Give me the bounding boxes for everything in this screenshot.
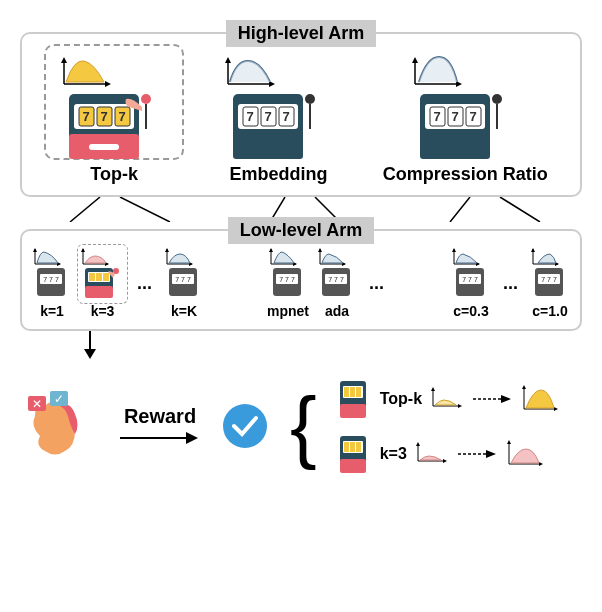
right-arrow: [120, 428, 200, 448]
svg-marker-51: [81, 248, 85, 252]
svg-text:7: 7: [470, 109, 477, 124]
svg-rect-97: [344, 387, 349, 397]
low-level-panel: 7 7 7 k=1: [20, 229, 582, 331]
ellipsis: ...: [503, 273, 518, 294]
low-arm-k1: 7 7 7 k=1: [32, 246, 72, 319]
svg-text:7 7 7: 7 7 7: [43, 276, 59, 283]
down-arrow: [60, 331, 160, 361]
svg-rect-98: [350, 387, 355, 397]
svg-marker-46: [33, 248, 37, 252]
dashed-arrow: [473, 394, 513, 404]
svg-text:7 7 7: 7 7 7: [279, 276, 295, 283]
svg-marker-116: [507, 440, 511, 444]
small-arm-label: ada: [325, 303, 349, 319]
low-arm-k3: k=3: [80, 246, 125, 319]
dashed-arrow: [458, 449, 498, 459]
ellipsis: ...: [369, 273, 384, 294]
svg-point-12: [141, 94, 151, 104]
svg-marker-101: [458, 404, 462, 408]
large-dist-icon: [506, 439, 546, 469]
small-dist-icon: [430, 386, 465, 411]
low-arm-kK: 7 7 7 k=K: [164, 246, 204, 319]
low-group-compression: 7 7 7 c=0.3 ... 7 7 7 c=1.0: [451, 246, 570, 319]
svg-rect-107: [340, 459, 366, 473]
small-slot-icon: 7 7 7: [317, 246, 357, 301]
brace-icon: {: [290, 390, 317, 462]
high-level-panel: 7 7 7 Top-k: [20, 32, 582, 197]
svg-text:7 7 7: 7 7 7: [462, 276, 478, 283]
svg-text:✕: ✕: [32, 397, 42, 411]
svg-rect-110: [350, 442, 355, 452]
svg-marker-100: [431, 387, 435, 391]
svg-text:7: 7: [283, 109, 290, 124]
svg-text:✓: ✓: [54, 392, 64, 406]
ellipsis: ...: [137, 273, 152, 294]
tiny-slot-icon: [337, 431, 372, 476]
svg-text:7: 7: [434, 109, 441, 124]
svg-rect-57: [96, 273, 102, 281]
small-arm-label: c=1.0: [532, 303, 567, 319]
svg-marker-104: [522, 385, 526, 389]
svg-rect-54: [85, 286, 113, 298]
brain-icon: ✕ ✓: [20, 386, 100, 466]
svg-text:7 7 7: 7 7 7: [175, 276, 191, 283]
svg-point-93: [223, 404, 267, 448]
svg-marker-27: [412, 57, 418, 63]
svg-marker-86: [84, 349, 96, 359]
svg-marker-112: [416, 442, 420, 446]
slot-machine-icon: 7 7 7: [218, 49, 338, 159]
small-slot-icon: [80, 246, 125, 301]
svg-rect-111: [356, 442, 361, 452]
svg-text:7: 7: [101, 109, 108, 124]
low-group-topk: 7 7 7 k=1: [32, 246, 204, 319]
svg-rect-95: [340, 404, 366, 418]
reward-flow: ✕ ✓ Reward { Top-k: [20, 376, 582, 476]
high-arm-compression: 7 7 7 Compression Ratio: [383, 49, 548, 185]
check-circle-icon: [220, 401, 270, 451]
small-arm-label: mpnet: [267, 303, 309, 319]
low-level-label: Low-level Arm: [228, 217, 374, 244]
svg-text:7: 7: [265, 109, 272, 124]
reward-label: Reward: [124, 405, 196, 428]
svg-marker-70: [318, 248, 322, 252]
small-slot-icon: 7 7 7: [32, 246, 72, 301]
svg-marker-1: [105, 81, 111, 87]
svg-rect-30: [420, 134, 490, 159]
small-slot-icon: 7 7 7: [530, 246, 570, 301]
small-arm-label: k=3: [91, 303, 115, 319]
svg-marker-117: [539, 462, 543, 466]
svg-rect-17: [233, 134, 303, 159]
svg-text:7: 7: [247, 109, 254, 124]
svg-marker-113: [443, 459, 447, 463]
svg-marker-80: [531, 248, 535, 252]
slot-machine-icon: 7 7 7: [405, 49, 525, 159]
update-row-topk: Top-k: [337, 376, 582, 421]
svg-marker-103: [501, 395, 511, 403]
update-row-k3: k=3: [337, 431, 582, 476]
svg-marker-105: [554, 407, 558, 411]
svg-marker-65: [269, 248, 273, 252]
svg-text:7: 7: [119, 109, 126, 124]
svg-marker-75: [452, 248, 456, 252]
svg-text:7 7 7: 7 7 7: [328, 276, 344, 283]
high-level-label: High-level Arm: [226, 20, 376, 47]
svg-marker-115: [486, 450, 496, 458]
small-slot-icon: 7 7 7: [164, 246, 204, 301]
svg-rect-58: [103, 273, 109, 281]
svg-marker-60: [165, 248, 169, 252]
update-group: Top-k: [337, 376, 582, 476]
arm-label: Embedding: [229, 164, 327, 185]
high-arm-topk: 7 7 7 Top-k: [54, 49, 174, 185]
svg-rect-56: [89, 273, 95, 281]
svg-rect-11: [89, 144, 119, 150]
small-arm-label: k=1: [40, 303, 64, 319]
arm-label: Top-k: [90, 164, 138, 185]
svg-text:7 7 7: 7 7 7: [541, 276, 557, 283]
high-arm-embedding: 7 7 7 Embedding: [218, 49, 338, 185]
svg-marker-0: [61, 57, 67, 63]
small-dist-icon: [415, 441, 450, 466]
low-arm-mpnet: 7 7 7 mpnet: [267, 246, 309, 319]
svg-marker-14: [225, 57, 231, 63]
svg-marker-92: [186, 432, 198, 444]
svg-point-25: [305, 94, 315, 104]
